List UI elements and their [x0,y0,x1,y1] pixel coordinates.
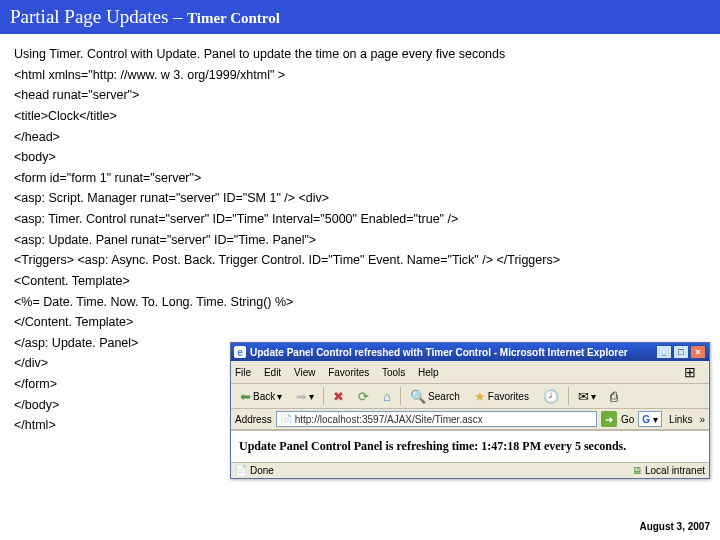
history-button[interactable]: 🕗 [538,388,564,405]
header-title: Partial Page Updates – [10,6,183,27]
print-icon: ⎙ [610,390,618,403]
ie-icon: e [234,346,246,358]
ie-page-content: Update Panel Control Panel is refreshing… [231,430,709,462]
menu-tools[interactable]: Tools [382,367,405,378]
maximize-button[interactable]: □ [673,345,689,359]
page-text: Update Panel Control Panel is refreshing… [239,439,626,453]
page-icon: 📄 [280,414,292,425]
ie-window-title: Update Panel Control refreshed with Time… [250,347,628,358]
code-line: <asp: Update. Panel runat="server" ID="T… [14,230,706,251]
code-line: </Content. Template> [14,312,706,333]
google-search-box[interactable]: G ▾ [638,411,662,427]
toolbar-separator [400,387,401,405]
status-zone: Local intranet [645,465,705,476]
go-button[interactable]: ➜ [601,411,617,427]
footer-date: August 3, 2007 [639,521,710,532]
ie-status-bar: 📄 Done 🖥 Local intranet [231,462,709,478]
status-done: Done [250,465,274,476]
address-label: Address [235,414,272,425]
address-input[interactable]: 📄 http://localhost:3597/AJAX/Site/Timer.… [276,411,597,427]
slide-header: Partial Page Updates – Timer Control [0,0,720,34]
code-line: <form id="form 1" runat="server"> [14,168,706,189]
toolbar-separator [568,387,569,405]
dropdown-icon: ▾ [653,414,658,425]
stop-icon: ✖ [333,390,344,403]
toolbar-separator [323,387,324,405]
header-subtitle: Timer Control [187,10,280,26]
intranet-icon: 🖥 [632,465,642,476]
favorites-label: Favorites [488,391,529,402]
forward-button[interactable]: ➡ ▾ [291,388,319,405]
google-icon: G [642,414,650,425]
code-line: <Content. Template> [14,271,706,292]
code-line: <body> [14,147,706,168]
menu-edit[interactable]: Edit [264,367,281,378]
code-line: <%= Date. Time. Now. To. Long. Time. Str… [14,292,706,313]
mail-icon: ✉ [578,390,589,403]
code-line: <asp: Script. Manager runat="server" ID=… [14,188,706,209]
code-line: </head> [14,127,706,148]
done-icon: 📄 [235,465,247,476]
refresh-icon: ⟳ [358,390,369,403]
stop-button[interactable]: ✖ [328,388,349,405]
go-label: Go [621,414,634,425]
dropdown-icon: ▾ [277,391,282,402]
address-url: http://localhost:3597/AJAX/Site/Timer.as… [295,414,483,425]
menu-favorites[interactable]: Favorites [328,367,369,378]
ie-address-bar: Address 📄 http://localhost:3597/AJAX/Sit… [231,409,709,430]
code-line: <asp: Timer. Control runat="server" ID="… [14,209,706,230]
intro-text: Using Timer. Control with Update. Panel … [14,44,706,65]
print-button[interactable]: ⎙ [605,388,623,405]
code-line: <html xmlns="http: //www. w 3. org/1999/… [14,65,706,86]
ie-titlebar[interactable]: e Update Panel Control refreshed with Ti… [231,343,709,361]
code-line: <head runat="server"> [14,85,706,106]
forward-icon: ➡ [296,390,307,403]
minimize-button[interactable]: _ [656,345,672,359]
dropdown-icon: ▾ [309,391,314,402]
menu-view[interactable]: View [294,367,316,378]
favorites-button[interactable]: ★ Favorites [469,388,534,405]
dropdown-icon: ▾ [591,391,596,402]
ie-window: e Update Panel Control refreshed with Ti… [230,342,710,479]
code-line: <title>Clock</title> [14,106,706,127]
menu-help[interactable]: Help [418,367,439,378]
star-icon: ★ [474,390,486,403]
search-button[interactable]: 🔍 Search [405,388,465,405]
close-button[interactable]: × [690,345,706,359]
search-label: Search [428,391,460,402]
back-icon: ⬅ [240,390,251,403]
mail-button[interactable]: ✉▾ [573,388,601,405]
ie-toolbar: ⬅ Back ▾ ➡ ▾ ✖ ⟳ ⌂ 🔍 Search ★ Favorites … [231,384,709,409]
history-icon: 🕗 [543,390,559,403]
back-button[interactable]: ⬅ Back ▾ [235,388,287,405]
home-button[interactable]: ⌂ [378,388,396,405]
menu-file[interactable]: File [235,367,251,378]
code-line: <Triggers> <asp: Async. Post. Back. Trig… [14,250,706,271]
search-icon: 🔍 [410,390,426,403]
links-label[interactable]: Links [666,414,695,425]
windows-flag-icon: ⊞ [675,363,705,381]
back-label: Back [253,391,275,402]
ie-menubar: File Edit View Favorites Tools Help ⊞ [231,361,709,384]
home-icon: ⌂ [383,390,391,403]
refresh-button[interactable]: ⟳ [353,388,374,405]
links-expand-icon[interactable]: » [699,414,705,425]
